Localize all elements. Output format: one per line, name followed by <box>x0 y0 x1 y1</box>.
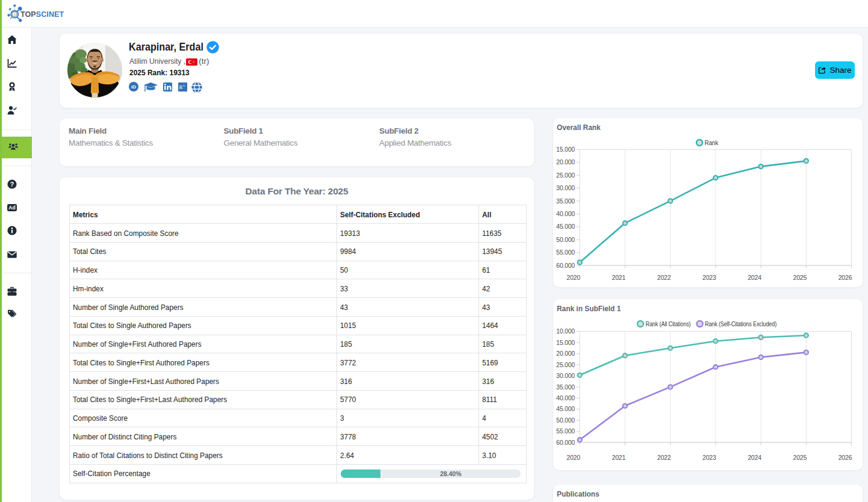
svg-text:Rank (Self-Citations Excluded): Rank (Self-Citations Excluded) <box>705 320 777 327</box>
svg-text:2025: 2025 <box>793 454 807 461</box>
svg-text:Rank (All Citations): Rank (All Citations) <box>646 320 691 327</box>
svg-text:45.000: 45.000 <box>556 223 575 230</box>
svg-text:40.000: 40.000 <box>556 210 575 217</box>
svg-text:?: ? <box>10 181 14 188</box>
svg-text:60.000: 60.000 <box>556 262 575 269</box>
svg-text:40.000: 40.000 <box>556 394 575 401</box>
svg-text:55.000: 55.000 <box>556 427 575 435</box>
svg-text:2024: 2024 <box>748 454 761 461</box>
svg-text:2023: 2023 <box>702 454 716 461</box>
svg-text:25.000: 25.000 <box>556 172 575 179</box>
svg-text:20.000: 20.000 <box>556 350 575 357</box>
svg-text:2026: 2026 <box>839 274 852 281</box>
svg-text:2020: 2020 <box>566 454 580 461</box>
svg-text:2022: 2022 <box>657 454 671 461</box>
svg-text:G: G <box>183 84 185 87</box>
svg-text:iD: iD <box>131 84 136 90</box>
svg-text:35.000: 35.000 <box>556 197 575 205</box>
svg-text:15.000: 15.000 <box>556 146 575 153</box>
svg-text:Ad: Ad <box>8 205 15 211</box>
svg-text:2022: 2022 <box>657 274 671 281</box>
svg-text:45.000: 45.000 <box>556 405 575 412</box>
svg-text:2021: 2021 <box>612 274 626 281</box>
svg-text:2023: 2023 <box>702 274 716 281</box>
svg-text:2024: 2024 <box>748 274 761 281</box>
svg-text:2026: 2026 <box>839 454 852 461</box>
svg-text:50.000: 50.000 <box>556 417 575 424</box>
svg-text:R: R <box>179 84 182 90</box>
svg-text:30.000: 30.000 <box>556 372 575 379</box>
svg-text:55.000: 55.000 <box>556 249 575 256</box>
svg-text:2025: 2025 <box>793 274 807 281</box>
svg-text:2021: 2021 <box>612 454 626 461</box>
svg-text:Rank: Rank <box>705 139 719 146</box>
svg-text:50.000: 50.000 <box>556 236 575 243</box>
svg-text:60.000: 60.000 <box>556 439 575 446</box>
svg-text:25.000: 25.000 <box>556 361 575 368</box>
svg-text:30.000: 30.000 <box>556 184 575 191</box>
svg-text:10.000: 10.000 <box>556 327 575 335</box>
svg-text:35.000: 35.000 <box>556 383 575 391</box>
svg-text:20.000: 20.000 <box>556 158 575 166</box>
svg-text:2020: 2020 <box>566 274 580 281</box>
svg-text:15.000: 15.000 <box>556 339 575 346</box>
